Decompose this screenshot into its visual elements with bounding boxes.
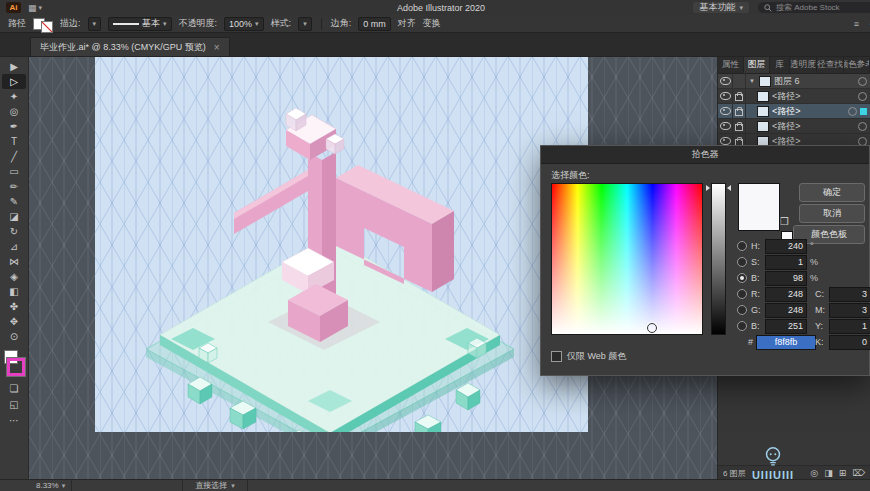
slider-indicator-left[interactable]: [706, 185, 710, 191]
hex-field[interactable]: f8f8fb: [756, 335, 816, 350]
eraser-tool[interactable]: ◪: [2, 209, 26, 224]
b2-field[interactable]: 251: [765, 319, 807, 334]
arrange-documents-icon[interactable]: ▦ ▾: [28, 3, 42, 13]
delete-layer-icon[interactable]: ⌦: [852, 468, 865, 478]
pen-tool[interactable]: ✒: [2, 119, 26, 134]
visibility-toggle[interactable]: [718, 89, 733, 103]
slider-indicator-right[interactable]: [727, 185, 731, 191]
tab-libraries[interactable]: 库: [770, 56, 790, 73]
tab-pathfinder[interactable]: 路径查找器: [817, 56, 844, 73]
c-field[interactable]: 3: [829, 287, 870, 302]
color-slider[interactable]: [711, 183, 726, 335]
lock-toggle[interactable]: [733, 74, 746, 88]
stroke-color-swatch[interactable]: [7, 358, 25, 376]
current-tool-indicator[interactable]: 直接选择 ▾: [182, 480, 248, 491]
opacity-value-dropdown[interactable]: 100% ▾: [224, 17, 264, 31]
layer-row[interactable]: ▼图层 6: [718, 74, 870, 89]
magic-wand-tool[interactable]: ✦: [2, 89, 26, 104]
rectangle-tool[interactable]: ▭: [2, 164, 26, 179]
r-field[interactable]: 248: [765, 287, 807, 302]
tab-properties[interactable]: 属性: [718, 56, 744, 73]
zoom-level-dropdown[interactable]: 8.33% ▾: [30, 480, 72, 491]
eyedropper-tool[interactable]: ✤: [2, 299, 26, 314]
hand-tool[interactable]: ✥: [2, 314, 26, 329]
radio-h[interactable]: [737, 241, 747, 251]
screen-mode-icon[interactable]: ◱: [2, 397, 26, 412]
visibility-toggle[interactable]: [718, 104, 733, 118]
layer-row[interactable]: <路径>: [718, 104, 870, 119]
color-field[interactable]: [551, 183, 703, 335]
m-field[interactable]: 3: [829, 303, 870, 318]
align-link[interactable]: 对齐: [398, 17, 416, 30]
radio-g[interactable]: [737, 305, 747, 315]
transform-link[interactable]: 变换: [423, 17, 441, 30]
brush-definition-dropdown[interactable]: 基本 ▾: [108, 17, 172, 31]
type-tool[interactable]: T: [2, 134, 26, 149]
s-field[interactable]: 1: [765, 255, 807, 270]
layer-label[interactable]: <路径>: [772, 120, 855, 133]
selection-tool[interactable]: ▶: [2, 59, 26, 74]
fill-stroke-proxy[interactable]: [33, 17, 53, 31]
radio-b2[interactable]: [737, 321, 747, 331]
menu-icon[interactable]: ≡: [854, 19, 859, 29]
lock-toggle[interactable]: [733, 89, 746, 103]
zoom-tool[interactable]: ⊙: [2, 329, 26, 344]
scale-tool[interactable]: ⊿: [2, 239, 26, 254]
ok-button[interactable]: 确定: [799, 183, 865, 202]
radio-s[interactable]: [737, 257, 747, 267]
toolbar-fill-stroke[interactable]: [2, 349, 26, 377]
layer-row[interactable]: <路径>: [718, 119, 870, 134]
radio-r[interactable]: [737, 289, 747, 299]
cancel-button[interactable]: 取消: [799, 204, 865, 223]
visibility-toggle[interactable]: [718, 119, 733, 133]
draw-mode-icon[interactable]: ❏: [2, 381, 26, 396]
line-segment-tool[interactable]: ╱: [2, 149, 26, 164]
edit-toolbar-icon[interactable]: ⋯: [2, 413, 26, 428]
lasso-tool[interactable]: ◎: [2, 104, 26, 119]
h-field[interactable]: 240: [765, 239, 807, 254]
stock-search-input[interactable]: 搜索 Adobe Stock: [758, 2, 870, 13]
b-field[interactable]: 98: [765, 271, 807, 286]
close-tab-icon[interactable]: ×: [214, 42, 220, 53]
g-field[interactable]: 248: [765, 303, 807, 318]
layer-label[interactable]: <路径>: [772, 90, 855, 103]
corner-value-field[interactable]: 0 mm: [358, 17, 391, 31]
stroke-swatch[interactable]: [41, 21, 53, 33]
web-colors-checkbox[interactable]: [551, 351, 562, 362]
direct-selection-tool[interactable]: ▷: [2, 74, 26, 89]
tab-color-guide[interactable]: 颜色参考: [844, 56, 870, 73]
workspace-switcher[interactable]: 基本功能 ▾: [693, 2, 749, 13]
target-circle[interactable]: [848, 107, 857, 116]
rotate-tool[interactable]: ↻: [2, 224, 26, 239]
pencil-tool[interactable]: ✎: [2, 194, 26, 209]
target-circle[interactable]: [858, 77, 867, 86]
lock-toggle[interactable]: [733, 104, 746, 118]
stroke-weight-field[interactable]: ▾: [88, 17, 102, 31]
visibility-toggle[interactable]: [718, 74, 733, 88]
dialog-title[interactable]: 拾色器: [541, 146, 869, 164]
color-field-cursor[interactable]: [647, 323, 657, 333]
gradient-tool[interactable]: ◧: [2, 284, 26, 299]
document-tab[interactable]: 毕业作业.ai* @ 8.33% (CMYK/GPU 预览) ×: [30, 37, 230, 56]
tab-layers[interactable]: 图层: [744, 56, 770, 73]
new-layer-icon[interactable]: ⊞: [839, 468, 847, 478]
target-circle[interactable]: [858, 92, 867, 101]
layer-thumbnail: [757, 121, 769, 132]
layer-label[interactable]: <路径>: [772, 105, 845, 118]
shape-builder-tool[interactable]: ◈: [2, 269, 26, 284]
layer-row[interactable]: <路径>: [718, 89, 870, 104]
make-clip-mask-icon[interactable]: ◨: [824, 468, 833, 478]
target-circle[interactable]: [858, 122, 867, 131]
lock-toggle[interactable]: [733, 119, 746, 133]
y-field[interactable]: 1: [829, 319, 870, 334]
layer-label[interactable]: 图层 6: [774, 75, 855, 88]
radio-b[interactable]: [737, 273, 747, 283]
k-field[interactable]: 0: [829, 335, 870, 350]
locate-object-icon[interactable]: ◎: [810, 468, 818, 478]
out-of-web-gamut-icon[interactable]: ❒: [780, 216, 789, 227]
disclosure-triangle-icon[interactable]: ▼: [749, 78, 755, 84]
paintbrush-tool[interactable]: ✏: [2, 179, 26, 194]
style-dropdown[interactable]: ▾: [298, 17, 312, 31]
tab-transparency[interactable]: 透明度: [790, 56, 817, 73]
width-tool[interactable]: ⋈: [2, 254, 26, 269]
